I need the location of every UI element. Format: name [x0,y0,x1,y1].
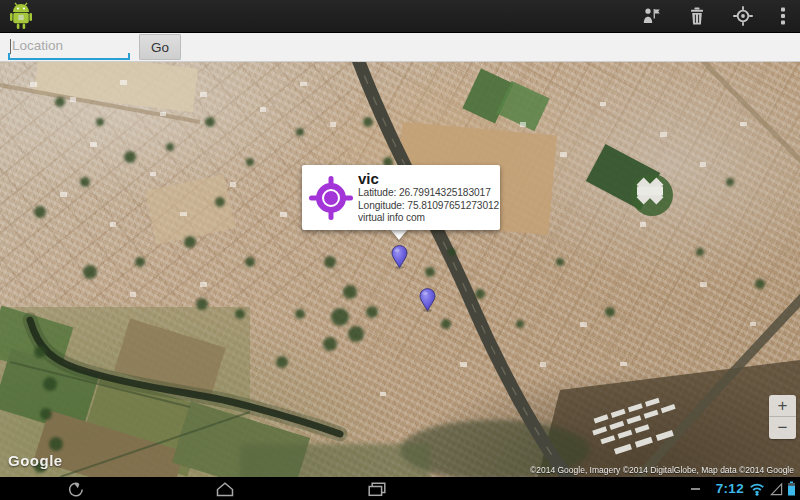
person-flag-icon [641,6,661,26]
info-window-text: vic Latitude: 26.79914325183017 Longitud… [358,170,500,225]
info-window-longitude: Longitude: 75.81097651273012 [358,200,496,213]
satellite-features [0,62,800,477]
zoom-controls: + − [769,395,796,439]
overflow-menu-button[interactable] [766,0,800,33]
notification-dash-icon [691,488,700,490]
signal-icon [770,482,783,496]
status-cluster[interactable]: 7:12 [691,477,796,500]
info-window-latitude: Latitude: 26.79914325183017 [358,187,496,200]
overflow-dots-icon [780,6,786,26]
info-window-title: vic [358,170,496,187]
app-screen: Go [0,0,800,500]
location-field-wrap [8,34,130,60]
zoom-in-button[interactable]: + [769,395,796,417]
recents-button[interactable] [347,477,407,500]
back-icon [64,481,86,497]
zoom-out-button[interactable]: − [769,417,796,439]
battery-icon [787,481,796,496]
info-window-snippet: virtual info com [358,212,496,225]
search-bar: Go [0,33,800,62]
add-marker-button[interactable] [628,0,674,33]
my-location-button[interactable] [720,0,766,33]
recents-icon [366,481,388,497]
location-input[interactable] [8,34,130,60]
clock: 7:12 [716,481,744,496]
map-marker-1[interactable] [391,245,408,269]
target-icon [733,6,753,26]
text-cursor [10,39,11,54]
terrain-tint [0,62,800,477]
action-bar [0,0,800,33]
wifi-icon [748,481,766,496]
home-button[interactable] [195,477,255,500]
map-marker-2[interactable] [419,288,436,312]
info-window[interactable]: vic Latitude: 26.79914325183017 Longitud… [302,165,500,230]
map-view[interactable]: vic Latitude: 26.79914325183017 Longitud… [0,62,800,477]
delete-button[interactable] [674,0,720,33]
navigation-bar: 7:12 [0,477,800,500]
back-button[interactable] [45,477,105,500]
purple-target-icon [309,176,353,220]
home-icon [214,481,236,497]
info-window-tail [390,229,408,240]
google-logo: Google [8,452,63,469]
android-robot-icon [8,2,34,30]
trash-icon [688,6,706,26]
map-attribution: ©2014 Google, Imagery ©2014 DigitalGlobe… [530,465,794,475]
go-button[interactable]: Go [139,34,181,60]
street-grid-left [0,62,352,303]
